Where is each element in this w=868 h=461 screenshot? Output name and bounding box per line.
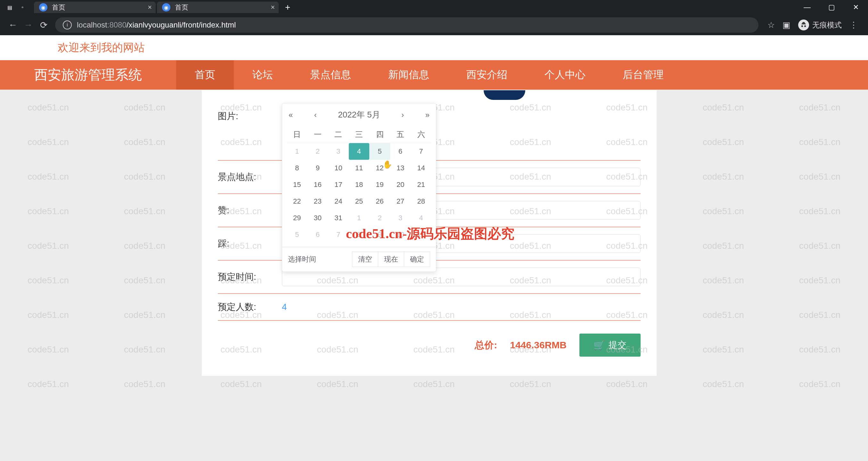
minimize-button[interactable]: —	[795, 0, 819, 15]
prev-month-button[interactable]: ‹	[314, 110, 317, 120]
date-cell[interactable]: 20	[390, 176, 411, 193]
tab-close-icon[interactable]: ×	[148, 3, 152, 11]
kebab-menu-icon[interactable]: ⋮	[849, 20, 858, 30]
date-cell[interactable]: 1	[287, 143, 308, 160]
page-header: 欢迎来到我的网站	[0, 35, 868, 60]
date-cell[interactable]: 29	[287, 210, 308, 226]
date-cell[interactable]: 13	[390, 160, 411, 176]
date-cell[interactable]: 10	[328, 160, 349, 176]
close-window-button[interactable]: ✕	[844, 0, 868, 15]
back-button[interactable]: ←	[5, 17, 21, 33]
date-cell[interactable]: 31	[328, 210, 349, 226]
image-placeholder	[484, 90, 525, 100]
dow-label: 三	[349, 129, 370, 140]
date-cell[interactable]: 18	[349, 176, 370, 193]
reader-icon[interactable]: ▣	[782, 20, 790, 30]
maximize-button[interactable]: ▢	[819, 0, 844, 15]
date-cell[interactable]: 21	[411, 176, 431, 193]
date-cell[interactable]: 17	[328, 176, 349, 193]
date-cell[interactable]: 10	[390, 226, 411, 243]
browser-tab[interactable]: ◉ 首页 ×	[34, 2, 156, 13]
nav-item-6[interactable]: 后台管理	[604, 60, 682, 90]
date-cell[interactable]: 24	[328, 193, 349, 210]
main-nav: 西安旅游管理系统 首页论坛景点信息新闻信息西安介绍个人中心后台管理	[0, 60, 868, 90]
dow-label: 二	[328, 129, 349, 140]
system-window-icon[interactable]: ▫	[16, 1, 29, 14]
next-month-button[interactable]: ›	[401, 110, 404, 120]
date-cell[interactable]: 5	[287, 226, 308, 243]
date-cell[interactable]: 5	[369, 143, 390, 160]
url-field[interactable]: i localhost:8080/xianlvyouguanli/front/i…	[55, 17, 758, 33]
date-grid: 1234567891011121314151617181920212223242…	[287, 143, 431, 243]
site-info-icon[interactable]: i	[63, 21, 72, 29]
dow-label: 五	[390, 129, 411, 140]
tabs-bar: ▤ ▫ ◉ 首页 × ◉ 首页 × + — ▢ ✕	[0, 0, 868, 15]
date-cell[interactable]: 28	[411, 193, 431, 210]
date-cell[interactable]: 9	[308, 160, 328, 176]
date-cell[interactable]: 14	[411, 160, 431, 176]
nav-item-0[interactable]: 首页	[176, 60, 234, 90]
date-cell[interactable]: 3	[390, 210, 411, 226]
date-cell[interactable]: 15	[287, 176, 308, 193]
form-label-time: 预定时间:	[218, 271, 282, 283]
date-cell[interactable]: 9	[369, 226, 390, 243]
date-cell[interactable]: 19	[369, 176, 390, 193]
tab-close-icon[interactable]: ×	[271, 3, 275, 11]
date-cell[interactable]: 4	[411, 210, 431, 226]
date-cell[interactable]: 26	[369, 193, 390, 210]
nav-item-3[interactable]: 新闻信息	[370, 60, 448, 90]
url-bar: ← → ⟳ i localhost:8080/xianlvyouguanli/f…	[0, 15, 868, 35]
incognito-indicator[interactable]: 无痕模式	[798, 20, 842, 30]
date-cell[interactable]: 3	[328, 143, 349, 160]
date-cell[interactable]: 16	[308, 176, 328, 193]
browser-tab[interactable]: ◉ 首页 ×	[157, 2, 279, 13]
clear-button[interactable]: 清空	[352, 252, 378, 267]
booking-count-value[interactable]: 4	[282, 302, 641, 312]
now-button[interactable]: 现在	[378, 252, 404, 267]
date-cell[interactable]: 30	[308, 210, 328, 226]
forward-button[interactable]: →	[21, 17, 36, 33]
date-cell[interactable]: 2	[308, 143, 328, 160]
window-controls: — ▢ ✕	[795, 0, 868, 15]
date-cell[interactable]: 22	[287, 193, 308, 210]
submit-button[interactable]: 🛒 提交	[580, 334, 641, 357]
nav-item-2[interactable]: 景点信息	[291, 60, 370, 90]
date-cell[interactable]: 1	[349, 210, 370, 226]
nav-item-1[interactable]: 论坛	[234, 60, 291, 90]
date-picker-popover: « ‹ 2022年 5月 › » 日一二三四五六 123456789101112…	[282, 103, 436, 272]
system-menu-icon[interactable]: ▤	[3, 1, 16, 14]
date-cell[interactable]: 8	[287, 160, 308, 176]
date-cell[interactable]: 11	[411, 226, 431, 243]
date-cell[interactable]: 2	[369, 210, 390, 226]
date-cell[interactable]: 8	[349, 226, 370, 243]
tab-title: 首页	[52, 3, 65, 12]
date-cell[interactable]: 4	[349, 143, 370, 160]
total-price-label: 总价:	[475, 339, 497, 352]
date-cell[interactable]: 23	[308, 193, 328, 210]
date-picker-title[interactable]: 2022年 5月	[338, 109, 380, 120]
browser-chrome: ▤ ▫ ◉ 首页 × ◉ 首页 × + — ▢ ✕ ← → ⟳ i localh…	[0, 0, 868, 35]
incognito-mask-icon	[798, 20, 809, 30]
date-cell[interactable]: 6	[308, 226, 328, 243]
nav-item-4[interactable]: 西安介绍	[448, 60, 526, 90]
bookmark-star-icon[interactable]: ☆	[768, 20, 775, 30]
reload-button[interactable]: ⟳	[36, 17, 51, 33]
select-time-link[interactable]: 选择时间	[288, 255, 316, 264]
date-cell[interactable]: 11	[349, 160, 370, 176]
dow-label: 日	[287, 129, 308, 140]
date-cell[interactable]: 7	[328, 226, 349, 243]
date-cell[interactable]: 27	[390, 193, 411, 210]
form-label-cai: 踩:	[218, 237, 282, 250]
total-price-value: 1446.36RMB	[510, 340, 567, 351]
ok-button[interactable]: 确定	[404, 252, 430, 267]
tab-title: 首页	[175, 3, 188, 12]
new-tab-button[interactable]: +	[280, 2, 295, 12]
prev-year-button[interactable]: «	[288, 110, 293, 120]
date-cell[interactable]: 6	[390, 143, 411, 160]
date-cell[interactable]: 7	[411, 143, 431, 160]
nav-item-5[interactable]: 个人中心	[526, 60, 604, 90]
next-year-button[interactable]: »	[425, 110, 430, 120]
date-cell[interactable]: 12	[369, 160, 390, 176]
date-cell[interactable]: 25	[349, 193, 370, 210]
form-label-count: 预定人数:	[218, 301, 282, 313]
